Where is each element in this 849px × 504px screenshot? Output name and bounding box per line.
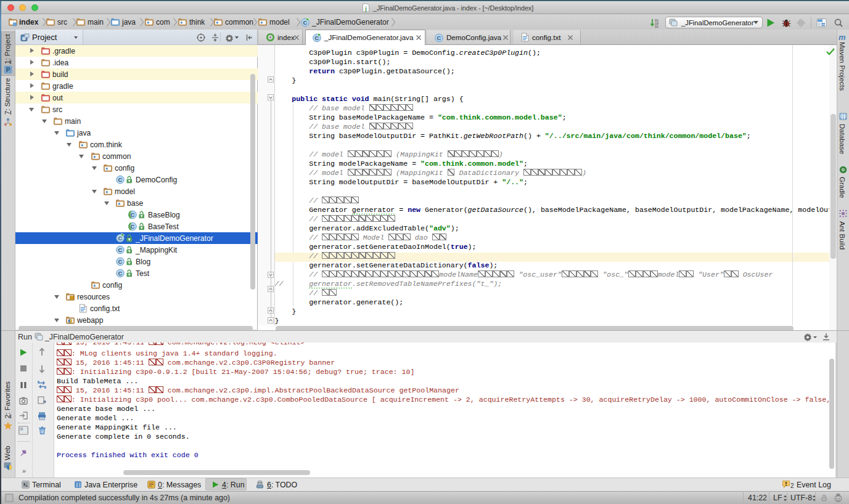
svg-text:01: 01: [655, 25, 658, 28]
svg-text:C: C: [437, 35, 441, 41]
svg-text:C: C: [118, 176, 123, 183]
svg-text:B: B: [22, 36, 26, 41]
svg-text:C: C: [118, 270, 123, 277]
svg-text:C: C: [131, 223, 135, 230]
svg-text:j: j: [364, 5, 367, 12]
svg-text:P: P: [6, 67, 10, 73]
svg-text:C: C: [118, 258, 123, 265]
svg-text:C: C: [131, 211, 135, 218]
svg-text:C: C: [118, 246, 123, 253]
